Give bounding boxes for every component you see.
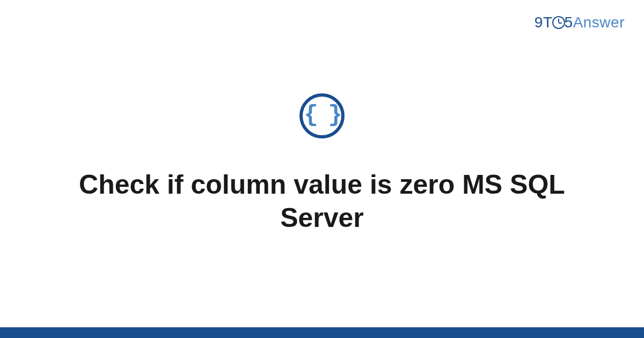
footer-accent-bar (0, 327, 644, 338)
category-badge: { } (299, 93, 345, 138)
main-content: { } Check if column value is zero MS SQL… (0, 0, 644, 327)
question-title: Check if column value is zero MS SQL Ser… (54, 168, 590, 234)
code-braces-icon: { } (304, 103, 340, 127)
